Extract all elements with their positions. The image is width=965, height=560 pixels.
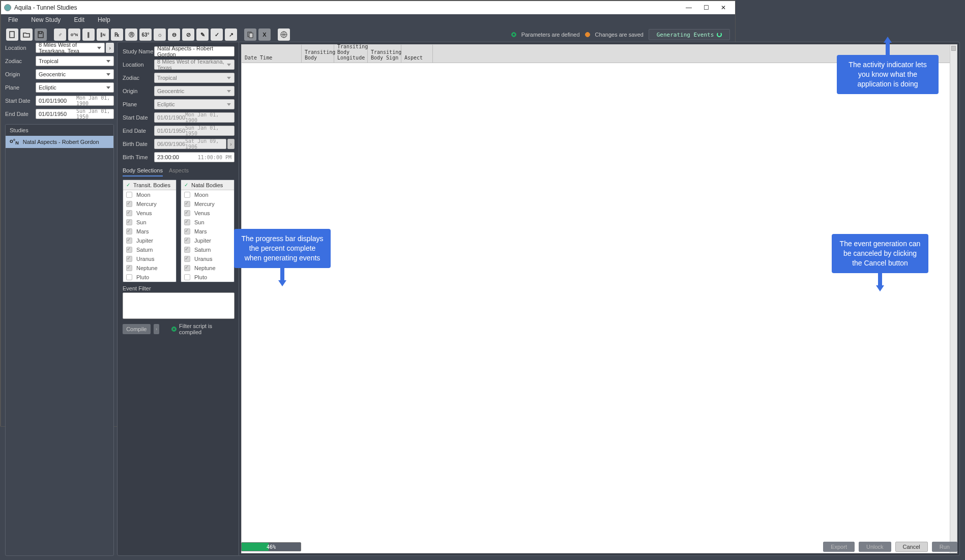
checkbox[interactable] xyxy=(184,247,190,253)
parallel-icon[interactable]: ∥ xyxy=(82,28,95,41)
retrograde-circle-icon[interactable]: Ⓡ xyxy=(125,28,137,41)
c-plane-select[interactable]: Ecliptic xyxy=(154,99,235,109)
checkbox[interactable] xyxy=(126,201,132,207)
menu-help[interactable]: Help xyxy=(98,16,110,23)
body-row[interactable]: Mars xyxy=(181,227,234,236)
minimize-button[interactable]: — xyxy=(680,3,697,13)
c-origin-select[interactable]: Geocentric xyxy=(154,86,235,96)
origin-select[interactable]: Geocentric xyxy=(36,69,114,79)
origin-label: Origin xyxy=(5,71,36,77)
pencil-icon[interactable]: ✎ xyxy=(196,28,209,41)
study-name-input[interactable]: Natal Aspects - Robert Gordon xyxy=(154,46,235,56)
col-date-time[interactable]: Date Time xyxy=(242,45,302,63)
checkbox[interactable] xyxy=(184,219,190,225)
checkbox[interactable] xyxy=(126,219,132,225)
checkbox[interactable] xyxy=(126,192,132,198)
checkbox[interactable] xyxy=(126,238,132,244)
loop-icon[interactable]: ⊘ xyxy=(182,28,194,41)
body-row[interactable]: Moon xyxy=(123,190,176,199)
checkbox[interactable] xyxy=(126,210,132,216)
save-icon[interactable] xyxy=(35,28,47,41)
menu-edit[interactable]: Edit xyxy=(74,16,84,23)
delete-icon[interactable]: X xyxy=(258,28,271,41)
horizon-icon[interactable]: ⊖ xyxy=(168,28,180,41)
maximize-button[interactable]: ☐ xyxy=(697,3,715,13)
event-filter-input[interactable] xyxy=(123,292,235,319)
checkbox[interactable] xyxy=(184,210,190,216)
checkbox[interactable] xyxy=(126,274,132,280)
body-row[interactable]: Mercury xyxy=(181,199,234,209)
checkbox[interactable] xyxy=(126,228,132,234)
birth-date-stepper[interactable]: › xyxy=(227,139,235,149)
menu-file[interactable]: File xyxy=(8,16,18,23)
col-transiting-sign[interactable]: Transiting Body Sign xyxy=(368,45,401,63)
body-row[interactable]: Uranus xyxy=(181,254,234,263)
body-row[interactable]: Mars xyxy=(123,227,176,236)
c-start-date[interactable]: 01/01/1900Mon Jan 01, 1900 xyxy=(154,112,235,123)
copy-icon[interactable] xyxy=(244,28,256,41)
parallel-n-icon[interactable]: ∥N xyxy=(97,28,109,41)
col-transiting-longitude[interactable]: Transiting Body Longitude xyxy=(334,45,368,63)
c-end-date[interactable]: 01/01/1950Sun Jan 01, 1950 xyxy=(154,126,235,136)
body-row[interactable]: Saturn xyxy=(123,245,176,254)
retrograde-icon[interactable]: ℞ xyxy=(111,28,123,41)
checkbox[interactable] xyxy=(184,192,190,198)
new-icon[interactable] xyxy=(6,28,18,41)
body-row[interactable]: Saturn xyxy=(181,245,234,254)
start-date-input[interactable]: Mon Jan 01, 1900 xyxy=(36,96,114,106)
plane-select[interactable]: Ecliptic xyxy=(36,82,114,93)
wand-icon[interactable]: ✓ xyxy=(211,28,223,41)
body-label: Mercury xyxy=(136,201,157,207)
birth-time-input[interactable]: 23:00:0011:00:00 PM xyxy=(154,152,235,162)
col-aspect[interactable]: Aspect xyxy=(401,45,433,63)
link-icon[interactable]: ↗ xyxy=(225,28,237,41)
checkbox[interactable] xyxy=(126,256,132,262)
checkbox[interactable] xyxy=(126,247,132,253)
tab-aspects[interactable]: Aspects xyxy=(169,167,189,176)
globe-icon[interactable] xyxy=(278,28,290,41)
body-row[interactable]: Moon xyxy=(181,190,234,199)
body-row[interactable]: Sun xyxy=(123,218,176,227)
close-button[interactable]: ✕ xyxy=(715,3,732,13)
tab-body-selections[interactable]: Body Selections xyxy=(123,167,163,176)
compile-button[interactable]: Compile xyxy=(123,324,151,334)
menu-new-study[interactable]: New Study xyxy=(31,16,61,23)
body-row[interactable]: Jupiter xyxy=(123,236,176,245)
c-zodiac-select[interactable]: Tropical xyxy=(154,73,235,83)
conjunction-icon[interactable]: ♂ xyxy=(54,28,66,41)
checkbox[interactable] xyxy=(184,256,190,262)
checkbox[interactable] xyxy=(184,238,190,244)
checkbox[interactable] xyxy=(184,265,190,271)
col-transiting-body[interactable]: Transiting Body xyxy=(302,45,334,63)
body-row[interactable]: Neptune xyxy=(123,263,176,273)
body-row[interactable]: Pluto xyxy=(181,273,234,282)
checkbox[interactable] xyxy=(184,201,190,207)
body-label: Venus xyxy=(194,210,210,216)
body-row[interactable]: Uranus xyxy=(123,254,176,263)
body-row[interactable]: Sun xyxy=(181,218,234,227)
body-row[interactable]: Venus xyxy=(123,209,176,218)
end-date-input[interactable]: Sun Jan 01, 1950 xyxy=(36,109,114,119)
checkbox[interactable] xyxy=(184,228,190,234)
c-location-label: Location xyxy=(123,62,154,68)
location-next-button[interactable]: › xyxy=(106,43,114,53)
study-item[interactable]: o°N Natal Aspects - Robert Gordon xyxy=(6,136,113,148)
body-row[interactable]: Pluto xyxy=(123,273,176,282)
checkbox[interactable] xyxy=(126,265,132,271)
location-select[interactable]: 8 Miles West of Texarkana, Texa xyxy=(36,43,105,53)
birth-date-input[interactable]: 06/09/1906Sat Jun 09, 1906 xyxy=(154,139,226,149)
zodiac-select[interactable]: Tropical xyxy=(36,56,114,66)
checkbox[interactable] xyxy=(184,274,190,280)
degree-icon[interactable]: 63° xyxy=(139,28,152,41)
aspects-icon[interactable]: o°N xyxy=(68,28,80,41)
body-row[interactable]: Jupiter xyxy=(181,236,234,245)
compile-next-button[interactable]: › xyxy=(154,324,160,334)
body-label: Pluto xyxy=(136,274,149,280)
c-location-select[interactable]: 8 Miles West of Texarkana, Texas xyxy=(154,60,235,70)
sun-icon[interactable]: ☼ xyxy=(154,28,166,41)
body-row[interactable]: Venus xyxy=(181,209,234,218)
activity-indicator[interactable]: Generating Events xyxy=(649,29,730,40)
body-row[interactable]: Neptune xyxy=(181,263,234,273)
open-icon[interactable] xyxy=(20,28,33,41)
body-row[interactable]: Mercury xyxy=(123,199,176,209)
